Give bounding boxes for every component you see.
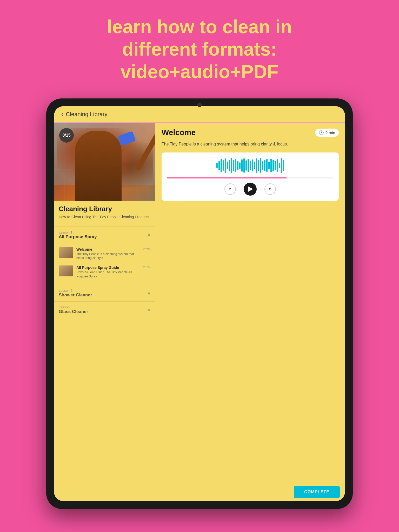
lesson-group-3: Lesson 3 Glass Cleaner ∨ [54, 301, 155, 318]
wave-bar [223, 160, 224, 171]
wave-bar [237, 161, 238, 170]
tablet: ‹ Cleaning Library [46, 98, 353, 509]
wave-bar [252, 159, 253, 171]
lesson3-name: Glass Cleaner [59, 309, 88, 314]
thumb-inner-guide [59, 265, 73, 276]
counter-text: 0/15 [62, 133, 70, 138]
hero-line1: learn how to clean in [21, 16, 378, 38]
lesson3-chevron-icon: ∨ [147, 307, 151, 313]
hero-text: learn how to clean in different formats:… [0, 0, 399, 93]
wave-bar [270, 159, 272, 172]
time-badge-text: 2 min [325, 130, 335, 135]
play-icon [248, 187, 253, 192]
lesson-item-title-guide: All Purpose Spray Guide [76, 265, 140, 270]
progress-time: --:-- [329, 175, 334, 178]
wave-bar [254, 162, 255, 169]
lesson-item-desc-welcome: The Tidy People is a cleaning system tha… [76, 252, 140, 260]
lesson-item-duration-guide: 2 min [143, 265, 151, 269]
lesson-item-desc-guide: How-to-Clean Using The Tidy People All P… [76, 270, 140, 278]
lesson-item-thumb-guide [59, 265, 73, 276]
lesson-3-header[interactable]: Lesson 3 Glass Cleaner ∨ [54, 302, 155, 318]
welcome-title: Welcome [162, 128, 196, 137]
lesson-item-title-welcome: Welcome [76, 247, 140, 251]
lesson3-label: Lesson 3 [59, 305, 88, 309]
video-thumbnail[interactable]: 0/15 [54, 123, 155, 201]
waveform [167, 158, 334, 173]
complete-button[interactable]: COMPLETE [294, 486, 340, 498]
nav-title: Cleaning Library [66, 111, 107, 118]
forward-icon: ↻ 15 [269, 187, 272, 191]
lesson1-items: Welcome The Tidy People is a cleaning sy… [54, 243, 155, 285]
lesson-item-guide[interactable]: All Purpose Spray Guide How-to-Clean Usi… [59, 263, 151, 281]
library-title: Cleaning Library [59, 205, 151, 213]
wave-bar [225, 158, 226, 173]
lesson1-name: All Purpose Spray [59, 234, 97, 240]
lesson-item-duration-welcome: 2 min [143, 247, 151, 251]
progress-bar-container[interactable]: --:-- [167, 177, 334, 178]
wave-bar [275, 161, 276, 170]
counter-badge: 0/15 [59, 128, 74, 143]
forward-label: 15 [269, 188, 271, 190]
bottom-bar: COMPLETE [54, 483, 345, 501]
lesson-item-info-welcome: Welcome The Tidy People is a cleaning sy… [76, 247, 140, 260]
progress-bar-fill [167, 177, 287, 178]
left-column: 0/15 Cleaning Library How-to-Clean Using… [54, 123, 155, 483]
rewind-button[interactable]: ↺ 15 [224, 183, 236, 195]
rewind-icon: ↺ 15 [229, 187, 232, 191]
wave-bar [262, 161, 263, 170]
content-area: 0/15 Cleaning Library How-to-Clean Using… [54, 123, 345, 483]
thumb-inner [59, 247, 73, 258]
wave-bar [272, 160, 274, 171]
wave-bar [279, 163, 280, 168]
tablet-wrapper: ‹ Cleaning Library [0, 98, 399, 509]
time-badge: 🕐 2 min [315, 129, 339, 137]
wave-bar [250, 161, 251, 170]
wave-bar [277, 159, 278, 172]
wave-bar [258, 160, 259, 171]
lesson-list: Lesson 1 All Purpose Spray ∧ [54, 224, 155, 321]
lesson-item-thumb-welcome [59, 247, 73, 258]
wave-bar [243, 158, 245, 173]
person-body [75, 131, 122, 201]
lesson2-chevron-icon: ∨ [147, 290, 151, 296]
lesson-group-2: Lesson 2 Shower Cleaner ∨ [54, 285, 155, 301]
wave-bar [221, 159, 222, 172]
wave-bar [248, 159, 249, 172]
wave-bar [268, 162, 270, 169]
wave-bar [283, 160, 284, 171]
wave-bar [281, 158, 282, 173]
rewind-label: 15 [229, 188, 231, 190]
wave-bar [233, 160, 234, 171]
wave-bar [264, 160, 265, 171]
lesson-2-header[interactable]: Lesson 2 Shower Cleaner ∨ [54, 285, 155, 301]
wave-bar [216, 163, 218, 168]
wave-bar [239, 162, 241, 169]
lesson2-name: Shower Cleaner [59, 292, 92, 298]
wave-bar [266, 159, 268, 172]
hero-line3: video+audio+PDF [21, 61, 378, 83]
welcome-desc: The Tidy People is a cleaning system tha… [162, 141, 339, 147]
right-column: Welcome 🕐 2 min The Tidy People is a cle… [155, 123, 345, 483]
wave-bar [218, 161, 220, 170]
wave-bar [241, 159, 243, 172]
lesson-group-1: Lesson 1 All Purpose Spray ∧ [54, 227, 155, 285]
library-subtitle: How-to-Clean Using The Tidy People Clean… [59, 215, 151, 220]
audio-controls: ↺ 15 ↻ 15 [167, 183, 334, 196]
lesson-item-welcome[interactable]: Welcome The Tidy People is a cleaning sy… [59, 245, 151, 263]
wave-bar [235, 159, 236, 172]
back-arrow-icon[interactable]: ‹ [61, 111, 63, 118]
wave-bar [229, 160, 230, 171]
forward-button[interactable]: ↻ 15 [264, 183, 276, 195]
library-info: Cleaning Library How-to-Clean Using The … [54, 201, 155, 224]
wave-bar [260, 158, 261, 173]
clock-icon: 🕐 [319, 130, 324, 135]
tablet-camera [197, 103, 202, 107]
play-button[interactable] [244, 183, 257, 196]
lesson1-label: Lesson 1 [59, 230, 97, 234]
audio-player: --:-- ↺ 15 [162, 152, 339, 201]
nav-bar: ‹ Cleaning Library [54, 106, 345, 123]
lesson-item-info-guide: All Purpose Spray Guide How-to-Clean Usi… [76, 265, 140, 278]
lesson-1-header[interactable]: Lesson 1 All Purpose Spray ∧ [54, 227, 155, 243]
tablet-screen: ‹ Cleaning Library [54, 106, 345, 501]
hero-line2: different formats: [21, 38, 378, 60]
